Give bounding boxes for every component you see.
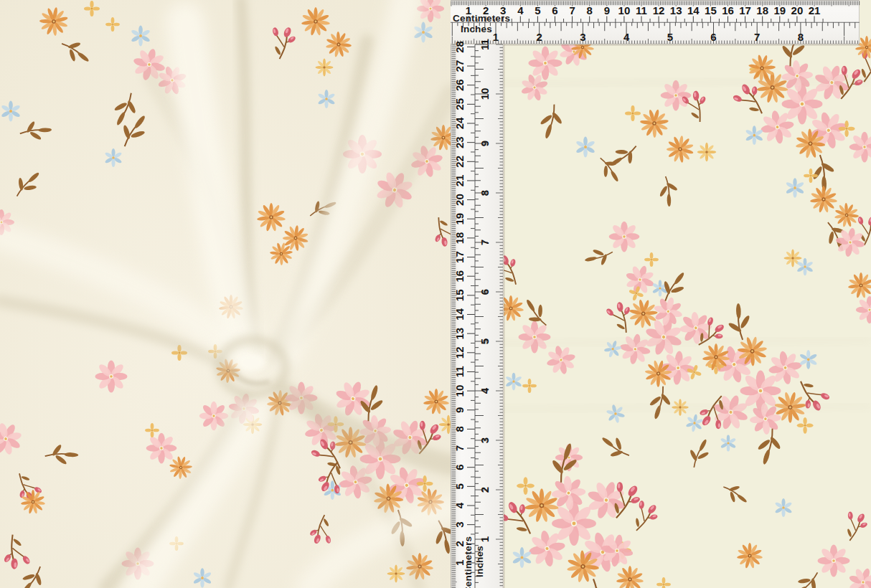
cm-number: 25 xyxy=(453,98,466,110)
cm-number: 22 xyxy=(453,156,466,168)
cm-number: 19 xyxy=(773,4,786,16)
vertical-ruler-centimeters-label: Centimeters xyxy=(463,536,474,588)
cm-number: 9 xyxy=(453,407,466,413)
flower-motif xyxy=(95,361,128,393)
vertical-ruler-inches-label: Inches xyxy=(475,546,485,577)
cm-number: 4 xyxy=(453,502,466,508)
horizontal-ruler: 1234567891011121314151617181920211234567… xyxy=(451,0,860,46)
flower-motif xyxy=(697,143,716,161)
cm-number: 24 xyxy=(453,117,466,129)
flower-motif xyxy=(609,222,640,252)
flower-motif xyxy=(661,80,692,111)
flat-fabric-swatch xyxy=(451,0,871,588)
cm-number: 12 xyxy=(453,346,466,359)
inch-number: 5 xyxy=(479,338,491,344)
cm-number: 15 xyxy=(705,4,717,16)
swirl-knot-highlight xyxy=(237,354,265,371)
inch-number: 11 xyxy=(479,39,491,50)
cm-number: 11 xyxy=(636,4,647,16)
cm-number: 23 xyxy=(453,136,466,148)
cm-number: 3 xyxy=(453,521,466,527)
cm-number: 4 xyxy=(517,4,524,16)
ruler-shadow xyxy=(503,44,505,588)
flower-motif xyxy=(387,565,405,583)
cm-number: 16 xyxy=(722,4,734,16)
inch-number: 4 xyxy=(479,387,491,394)
cm-number: 9 xyxy=(604,4,610,16)
cm-number: 18 xyxy=(756,4,768,16)
cm-number: 12 xyxy=(653,4,665,16)
inch-number: 8 xyxy=(479,190,491,196)
inch-number: 2 xyxy=(479,487,491,493)
flower-motif xyxy=(818,545,850,577)
horizontal-ruler-inches-label: Inches xyxy=(461,24,492,34)
cm-number: 13 xyxy=(670,4,682,16)
cm-number: 28 xyxy=(453,41,466,53)
cm-number: 14 xyxy=(687,4,700,16)
inch-number: 9 xyxy=(479,141,491,146)
flower-motif xyxy=(316,59,334,77)
cm-number: 16 xyxy=(453,270,466,283)
cm-number: 19 xyxy=(453,213,466,225)
cm-number: 20 xyxy=(791,4,804,16)
inch-number: 3 xyxy=(479,437,491,443)
cm-number: 17 xyxy=(739,4,751,16)
cm-number: 27 xyxy=(453,60,466,72)
cm-number: 7 xyxy=(453,445,466,451)
inch-number: 1 xyxy=(479,536,491,542)
inch-number: 7 xyxy=(479,240,491,245)
inch-number: 6 xyxy=(479,289,491,295)
flower-motif xyxy=(528,46,562,80)
cm-number: 26 xyxy=(453,79,466,91)
inch-number: 10 xyxy=(479,88,491,100)
horizontal-ruler-centimeters-label: Centimeters xyxy=(453,14,510,24)
cm-number: 14 xyxy=(453,308,466,321)
vertical-ruler: 1234567891011121314151617181920212223242… xyxy=(451,39,505,588)
cm-number: 21 xyxy=(809,4,821,16)
cm-number: 20 xyxy=(453,194,466,206)
photo-canvas: 1234567891011121314151617181920211234567… xyxy=(0,0,871,588)
cm-number: 10 xyxy=(453,385,466,397)
cm-number: 8 xyxy=(587,4,593,16)
cm-number: 13 xyxy=(453,328,466,340)
fabric-product-photo: 1234567891011121314151617181920211234567… xyxy=(0,0,871,588)
cm-number: 18 xyxy=(453,232,466,245)
swirled-fabric-photo xyxy=(0,0,461,588)
cm-number: 5 xyxy=(535,4,540,16)
cm-number: 8 xyxy=(453,426,466,432)
cm-number: 15 xyxy=(453,290,466,302)
cm-number: 7 xyxy=(569,4,575,16)
cm-number: 11 xyxy=(453,366,466,378)
cm-number: 21 xyxy=(453,175,466,187)
cm-number: 6 xyxy=(552,4,557,16)
cm-number: 5 xyxy=(453,483,466,489)
flower-motif xyxy=(146,433,177,464)
cm-number: 6 xyxy=(453,465,466,470)
cm-number: 10 xyxy=(618,4,631,16)
cm-number: 17 xyxy=(453,251,466,263)
